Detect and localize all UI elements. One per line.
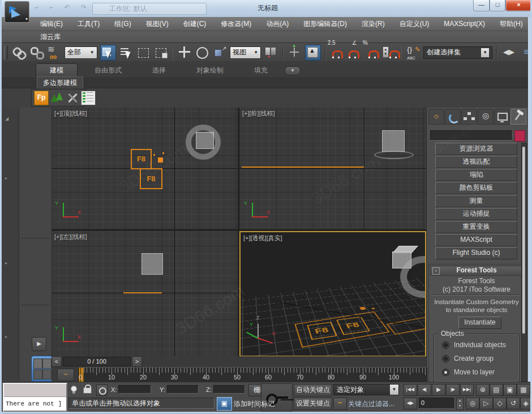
select-scale-icon[interactable]: ↗ [212, 45, 227, 60]
select-object-button[interactable] [100, 45, 116, 61]
selection-set-dropdown[interactable]: 创建选择集 ▼ [423, 46, 492, 59]
instantiate-button[interactable]: Instantiate [458, 317, 501, 329]
tab-modify[interactable] [445, 109, 461, 125]
utility-maxscript[interactable]: MAXScript [435, 234, 517, 246]
orbit-button[interactable]: ↺ [507, 398, 520, 409]
ribbon-tab-modeling[interactable]: 建模 [36, 63, 78, 77]
field-of-view-button[interactable]: ▷ [479, 398, 493, 409]
menu-liuyunku[interactable]: 溜云库 [33, 32, 68, 42]
ribbon-tab-freeform[interactable]: 自由形式 [81, 64, 135, 77]
viewport-front-label[interactable]: [+][前][线框] [242, 109, 275, 118]
window-crossing-icon[interactable] [154, 45, 169, 60]
next-frame-button[interactable]: > [132, 356, 142, 367]
menu-modifiers[interactable]: 修改器(M) [213, 17, 259, 31]
zoom-extents-button[interactable]: ▣ [503, 384, 517, 396]
utility-reset-xform[interactable]: 重置变换 [435, 221, 517, 233]
forest-tools-header[interactable]: - Forest Tools [430, 266, 523, 276]
utility-perspective-match[interactable]: 透视匹配 [435, 156, 517, 168]
current-frame-field[interactable] [419, 398, 454, 408]
angle-snap-icon[interactable]: ∠ [347, 45, 362, 60]
utility-name-field[interactable] [430, 130, 512, 140]
mirror-icon[interactable]: ◀▶ [501, 45, 516, 60]
mini-curve-editor-button[interactable]: ~ [57, 369, 74, 381]
viewport-layout-button[interactable] [31, 356, 53, 382]
menu-help[interactable]: 帮助(H) [492, 17, 530, 31]
maxscript-mini-listener[interactable]: There are not ] [3, 383, 67, 412]
utility-asset-browser[interactable]: 资源浏览器 [435, 143, 517, 155]
key-mode-toggle[interactable]: ◀▶ [404, 398, 417, 409]
close-button[interactable]: × [505, 0, 532, 11]
z-coordinate-field[interactable] [213, 385, 245, 394]
menu-create[interactable]: 创建(C) [176, 17, 214, 31]
tab-create[interactable]: ☼ [428, 109, 444, 125]
tools-icon[interactable] [66, 91, 79, 105]
go-to-start-button[interactable]: |◀◀ [404, 384, 417, 396]
axis-constraint-icon[interactable]: ● [288, 45, 302, 60]
panel-scrollbar[interactable] [521, 143, 527, 382]
select-by-name-icon[interactable] [119, 45, 134, 60]
set-key-button[interactable]: 设置关键点 [294, 398, 332, 410]
frame-spinner[interactable]: ▲▼ [456, 398, 464, 410]
track-bar-ruler[interactable]: 0 10 20 30 40 50 60 70 80 90 100 [78, 367, 427, 383]
add-time-tag[interactable]: 添加时间标记 [234, 399, 274, 409]
pivot-point-icon[interactable]: ✦ [264, 45, 278, 60]
tab-utilities[interactable] [510, 109, 526, 125]
viewport-left-label[interactable]: [+][左][线框] [54, 233, 87, 241]
menu-tools[interactable]: 工具(T) [70, 17, 107, 31]
use-pivot-center-button[interactable]: ▲ [305, 45, 321, 61]
snap-toggle-icon[interactable]: 2.5 [330, 45, 345, 60]
selection-filter-dropdown[interactable]: 全部 ▼ [65, 46, 97, 59]
unlink-icon[interactable] [29, 45, 44, 60]
trees-icon[interactable] [50, 91, 64, 105]
auto-key-button[interactable]: 自动关键点 [294, 384, 332, 396]
x-coordinate-field[interactable] [118, 385, 151, 394]
color-swatch[interactable] [514, 130, 525, 142]
menu-customize[interactable]: 自定义(U) [392, 17, 437, 31]
zoom-all-button[interactable]: ▤ [490, 384, 503, 396]
toolbar-grip[interactable] [4, 46, 8, 59]
scrollbar-thumb[interactable] [522, 147, 525, 334]
utility-color-clipboard[interactable]: 颜色剪贴板 [435, 182, 517, 194]
pan-button[interactable]: ◇ [493, 398, 507, 409]
reference-coordinate-dropdown[interactable]: 视图 ▼ [230, 46, 261, 59]
ribbon-subtab-polygon-modeling[interactable]: 多边形建模 [37, 76, 83, 89]
menu-edit[interactable]: 编辑(E) [33, 17, 70, 31]
utility-measure[interactable]: 测量 [435, 195, 517, 207]
previous-frame-button[interactable]: < [52, 356, 62, 367]
utility-flight-studio[interactable]: Flight Studio (c) [435, 247, 517, 259]
go-to-end-button[interactable]: ▶▶| [460, 384, 474, 396]
radio-individual-objects[interactable]: Individual objects [442, 341, 506, 349]
ribbon-tab-object-paint[interactable]: 对象绘制 [183, 64, 237, 77]
search-help-icons[interactable]: ◌ ◌ ◌ ◌ [341, 5, 454, 12]
menu-rendering[interactable]: 渲染(R) [354, 17, 392, 31]
menu-graph-editors[interactable]: 图形编辑器(D) [296, 17, 354, 31]
select-link-icon[interactable] [12, 45, 27, 60]
time-slider[interactable]: 0 / 100 [63, 357, 131, 366]
viewport-perspective[interactable]: [+][透视][真实] F8 F8 Z Y X [239, 231, 426, 357]
tab-motion[interactable]: ◎ [478, 109, 494, 125]
play-button[interactable]: ▶ [432, 384, 445, 396]
ribbon-tab-selection[interactable]: 选择 [139, 64, 179, 77]
percent-snap-icon[interactable]: % [365, 45, 380, 60]
tab-display[interactable] [494, 109, 510, 125]
maximize-viewport-button[interactable]: ◈ [520, 398, 531, 409]
collapse-rollout-icon[interactable]: - [432, 267, 440, 275]
maximize-button[interactable]: □ [490, 0, 505, 11]
select-move-icon[interactable] [177, 45, 192, 60]
expand-panel-button[interactable]: ▶ [32, 337, 46, 351]
menu-animation[interactable]: 动画(A) [259, 17, 296, 31]
viewport-perspective-label[interactable]: [+][透视][真实] [243, 234, 282, 242]
time-config-button[interactable]: ◎ [466, 398, 479, 409]
absolute-mode-icon[interactable] [96, 385, 108, 396]
utility-collapse[interactable]: 塌陷 [435, 169, 517, 181]
named-selection-sets-icon[interactable]: {} ABC ✎ [406, 45, 421, 60]
forest-pack-icon[interactable]: Fp [34, 91, 49, 105]
utility-motion-capture[interactable]: 运动捕捉 [435, 208, 517, 220]
ribbon-collapse-button[interactable]: ▼ [285, 66, 301, 75]
radio-move-to-layer[interactable]: Move to layer [442, 368, 495, 376]
key-filters-button[interactable]: 关键点过滤器... [348, 399, 394, 409]
list-icon[interactable] [81, 91, 96, 105]
viewport-top-label[interactable]: [+][顶][线框] [54, 109, 87, 118]
isolate-selection-button[interactable]: ▣ [217, 397, 232, 411]
viewport-left[interactable]: [+][左][线框] YX [52, 231, 238, 357]
